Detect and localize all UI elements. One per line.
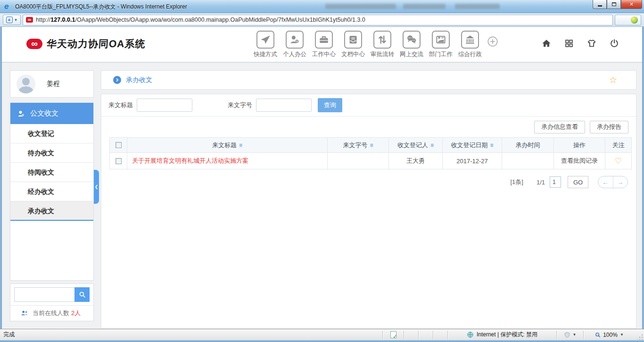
sidebar-menu: 公文收文 收文登记 待办收文 待阅收文 经办收文 承办收文: [10, 102, 94, 281]
app-logo-text: 华天动力协同OA系统: [46, 37, 146, 50]
chevron-down-icon: ▼: [573, 333, 577, 337]
go-button[interactable]: GO: [568, 176, 588, 188]
row-checkbox[interactable]: [116, 158, 122, 164]
sidebar-item-undertake-docs[interactable]: 承办收文: [10, 201, 93, 221]
select-all-checkbox[interactable]: [116, 142, 122, 148]
compat-view-control[interactable]: ▼: [557, 329, 583, 340]
undertake-info-view-button[interactable]: 承办信息查看: [534, 121, 585, 133]
nav-item-approval-flow[interactable]: 审批流转: [368, 31, 397, 58]
filter-docno-label: 来文字号: [228, 101, 252, 109]
online-users-count: 2人: [71, 309, 81, 317]
globe-icon: [467, 331, 474, 338]
home-icon[interactable]: [541, 38, 552, 50]
safe-browser-orb-icon: [631, 17, 638, 24]
favorite-star-icon[interactable]: ☆: [609, 75, 617, 85]
sort-icon[interactable]: ≡: [370, 142, 373, 149]
background-window-bleed: [403, 4, 446, 9]
picture-star-icon: [432, 31, 450, 49]
document-tray-icon: [344, 31, 362, 49]
sort-icon[interactable]: ≡: [430, 142, 434, 149]
person-add-icon: [286, 31, 304, 49]
nav-add-button[interactable]: [487, 35, 499, 50]
query-button[interactable]: 查询: [318, 98, 342, 112]
sidebar-item-pending-docs[interactable]: 待办收文: [10, 143, 93, 163]
address-bar: + ▼ ∞ http://127.0.0.1/OAapp/WebObjects/…: [0, 13, 644, 27]
compat-shield-icon: [564, 332, 570, 338]
row-reg-date: 2017-12-27: [443, 153, 502, 169]
row-title-link[interactable]: 关于开展培育文明有礼城开人活动实施方案: [127, 153, 328, 169]
nav-item-general-admin[interactable]: 综合行政: [455, 31, 485, 58]
up-down-arrows-icon: [373, 31, 391, 49]
plus-circle-icon: [487, 35, 499, 48]
next-page-arrow-icon[interactable]: →: [613, 176, 628, 188]
browser-extension-button[interactable]: [615, 15, 641, 25]
pagination-page: 1/1: [537, 179, 545, 186]
nav-item-work-center[interactable]: 工作中心: [309, 31, 339, 58]
nav-item-personal-office[interactable]: 个人办公: [280, 31, 309, 58]
heart-icon[interactable]: ♡: [615, 156, 622, 166]
col-registrant[interactable]: 收文登记人≡: [389, 137, 443, 153]
sidebar-collapse-handle[interactable]: ❮: [94, 170, 99, 204]
undertake-report-button[interactable]: 承办报告: [590, 121, 628, 133]
window-title: OA8000平台版_FPLMYSQL5--承办收文 - Windows Inte…: [15, 3, 187, 11]
status-script-cell: [383, 329, 404, 340]
app-logo: ∞ 华天动力协同OA系统: [26, 37, 146, 50]
sidebar-item-to-read-docs[interactable]: 待阅收文: [10, 163, 93, 182]
sort-icon[interactable]: ≡: [239, 142, 242, 149]
title-bar[interactable]: e OA8000平台版_FPLMYSQL5--承办收文 - Windows In…: [0, 0, 644, 13]
col-title[interactable]: 来文标题≡: [127, 137, 328, 153]
table-header-row: 来文标题≡ 来文字号≡ 收文登记人≡ 收文登记日期≡ 承办时间 操作 关注: [109, 137, 632, 153]
nav-item-online-chat[interactable]: 网上交流: [397, 31, 426, 58]
url-input[interactable]: ∞ http://127.0.0.1/OAapp/WebObjects/OAap…: [23, 15, 613, 25]
pagination: [1条] 1/1 GO ← →: [101, 176, 628, 188]
row-registrant: 王大勇: [389, 153, 443, 169]
col-reg-date[interactable]: 收文登记日期≡: [443, 137, 502, 153]
sidebar-item-handled-docs[interactable]: 经办收文: [10, 182, 93, 201]
col-docno[interactable]: 来文字号≡: [328, 137, 389, 153]
table-row: 关于开展培育文明有礼城开人活动实施方案 王大勇 2017-12-27 查看批阅记…: [109, 153, 632, 169]
sidebar-search-button[interactable]: [74, 287, 90, 302]
sort-icon[interactable]: ≡: [490, 142, 493, 149]
col-follow: 关注: [605, 137, 632, 153]
sidebar-search-input[interactable]: [14, 287, 74, 302]
user-card[interactable]: 姜程: [10, 70, 94, 98]
theme-shirt-icon[interactable]: [586, 38, 597, 50]
user-avatar: [17, 75, 35, 93]
nav-item-department-work[interactable]: 部门工作: [426, 31, 455, 58]
view-approval-records-link[interactable]: 查看批阅记录: [554, 153, 605, 169]
power-icon[interactable]: [609, 38, 619, 50]
select-all-cell: [109, 137, 127, 153]
app-body: 姜程 公文收文 收文登记 待办收文 待阅收文 经办收文 承办收文: [2, 64, 642, 329]
add-favorite-button[interactable]: + ▼: [3, 15, 21, 25]
person-badge-icon: [17, 109, 25, 118]
nav-item-document-center[interactable]: 文档中心: [339, 31, 368, 58]
nav-item-shortcuts[interactable]: 快捷方式: [251, 31, 280, 58]
sidebar-section-official-docs[interactable]: 公文收文: [10, 103, 93, 124]
maximize-button[interactable]: [607, 0, 621, 9]
sidebar-item-receive-register[interactable]: 收文登记: [10, 124, 93, 143]
ie-logo-icon: e: [4, 2, 12, 10]
filter-title-input[interactable]: [137, 99, 192, 112]
pagination-arrows: ← →: [598, 176, 628, 188]
filter-docno-input[interactable]: [256, 99, 312, 112]
row-follow-cell: ♡: [605, 153, 632, 169]
sidebar-footer: 当前在线人数 2人: [10, 284, 94, 321]
close-button[interactable]: ✕: [621, 0, 642, 9]
filter-title-label: 来文标题: [108, 101, 133, 109]
sidebar-section-title: 公文收文: [30, 109, 58, 118]
briefcase-icon: [315, 31, 333, 49]
row-select-cell: [109, 153, 127, 169]
window-bottom-border: [0, 340, 644, 342]
prev-page-arrow-icon[interactable]: ←: [598, 176, 613, 188]
breadcrumb-bar: 承办收文 ☆: [101, 70, 636, 90]
resize-grip[interactable]: [637, 334, 643, 340]
minimize-button[interactable]: [593, 0, 607, 9]
col-handle-time: 承办时间: [502, 137, 554, 153]
zoom-control[interactable]: 100% ▼: [584, 329, 635, 340]
apps-grid-icon[interactable]: [564, 38, 574, 50]
sidebar-search: [14, 287, 90, 302]
script-done-icon: [390, 331, 396, 338]
zoom-level: 100%: [603, 332, 618, 338]
page-number-input[interactable]: [550, 176, 561, 188]
url-text: http://127.0.0.1/OAapp/WebObjects/OAapp.…: [36, 17, 365, 23]
